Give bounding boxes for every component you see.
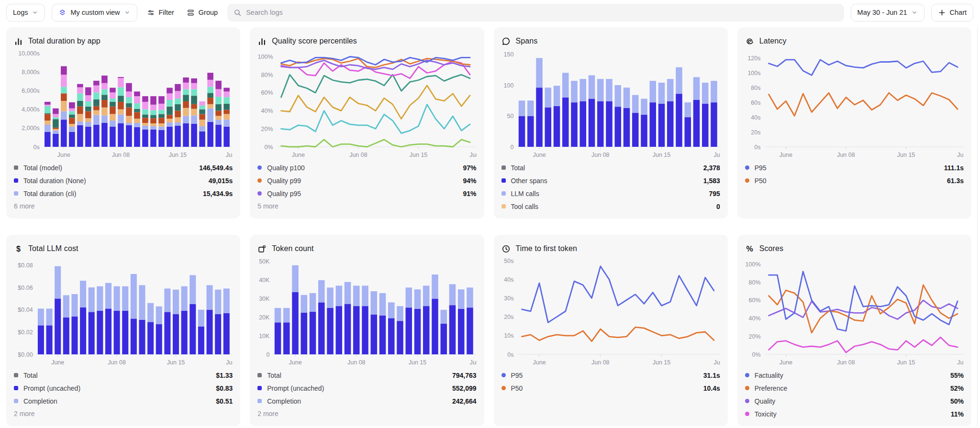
svg-text:10,000s: 10,000s (18, 50, 39, 57)
legend-more-link[interactable]: 2 more (257, 407, 476, 420)
chart-legend: Total794,763Prompt (uncached)552,099Comp… (257, 369, 476, 420)
card-title: Quality score percentiles (272, 37, 357, 45)
svg-text:Jun 22: Jun 22 (713, 359, 720, 366)
legend-label: Total (model) (23, 164, 62, 172)
legend-value: 146,549.4s (199, 164, 233, 172)
svg-text:0: 0 (267, 351, 270, 358)
svg-text:Jun 08: Jun 08 (108, 359, 126, 366)
svg-text:Jun 22: Jun 22 (713, 152, 720, 158)
legend-item: Prompt (uncached)552,099 (257, 382, 476, 395)
svg-text:Jun 22: Jun 22 (226, 152, 233, 158)
chart-canvas[interactable]: 0s2,000s4,000s6,000s8,000s10,000sJuneJun… (14, 49, 233, 161)
legend-more-link[interactable]: 2 more (14, 407, 233, 420)
legend-label: P95 (755, 164, 767, 172)
svg-text:0%: 0% (752, 351, 760, 358)
svg-text:Jun 22: Jun 22 (957, 359, 964, 366)
legend-item: Total (model)146,549.4s (14, 161, 233, 174)
legend-value: 2,378 (703, 164, 720, 172)
card-spans: Spans 050100150JuneJun 08Jun 15Jun 22 To… (494, 27, 728, 219)
svg-text:0: 0 (510, 144, 513, 151)
card-title: Token count (272, 244, 313, 253)
view-selector-button[interactable]: My custom view (52, 4, 137, 22)
legend-swatch (501, 165, 506, 170)
legend-value: 552,099 (452, 384, 477, 392)
card-title: Latency (759, 37, 787, 45)
legend-item: Preference52% (745, 382, 964, 395)
legend-swatch (745, 165, 749, 170)
scrollbar-track[interactable] (977, 27, 978, 427)
svg-text:$0.08: $0.08 (18, 262, 33, 269)
plus-icon (938, 9, 946, 17)
legend-swatch (14, 165, 18, 170)
group-button[interactable]: Group (184, 4, 221, 22)
legend-more-link[interactable]: 6 more (14, 200, 233, 212)
legend-swatch (501, 373, 506, 377)
chart-canvas[interactable]: 050100150JuneJun 08Jun 15Jun 22 (501, 49, 720, 161)
svg-text:20K: 20K (259, 314, 270, 321)
legend-item: Prompt (uncached)$0.83 (14, 382, 233, 395)
svg-text:20%: 20% (748, 333, 760, 340)
chart-canvas[interactable]: $0.00$0.02$0.04$0.06$0.08JuneJun 08Jun 1… (14, 257, 233, 369)
card-scores: %Scores 0%20%40%60%80%100%JuneJun 08Jun … (737, 235, 971, 426)
svg-text:0s: 0s (754, 144, 760, 151)
legend-item: Quality p9994% (257, 174, 476, 187)
legend-value: 10.4s (703, 384, 720, 392)
legend-value: 15,434.9s (203, 190, 233, 198)
legend-label: Total (267, 372, 281, 379)
logs-dropdown-label: Logs (13, 9, 28, 16)
legend-swatch (257, 191, 262, 196)
legend-swatch (745, 373, 749, 377)
legend-label: Quality (755, 397, 776, 405)
svg-text:June: June (57, 152, 70, 158)
card-title: Total LLM cost (28, 244, 78, 253)
legend-more-link[interactable]: 5 more (257, 200, 476, 212)
legend-value: 94% (463, 177, 476, 185)
svg-text:%: % (746, 244, 753, 253)
legend-value: $0.51 (216, 397, 233, 405)
svg-text:Jun 22: Jun 22 (226, 359, 233, 366)
chart-legend: Total$1.33Prompt (uncached)$0.83Completi… (14, 369, 233, 420)
svg-text:10s: 10s (504, 332, 513, 339)
layers-icon (58, 9, 67, 17)
chart-legend: Factuality55%Preference52%Quality50%Toxi… (745, 369, 964, 420)
svg-text:Jun 08: Jun 08 (349, 152, 368, 158)
legend-value: 91% (463, 190, 476, 198)
legend-label: P50 (755, 177, 767, 185)
search-input[interactable] (246, 9, 837, 16)
add-chart-button[interactable]: Chart (931, 4, 973, 22)
chart-canvas[interactable]: 0%20%40%60%80%100%JuneJun 08Jun 15Jun 22 (745, 257, 964, 369)
svg-text:Jun 15: Jun 15 (167, 359, 185, 366)
legend-item: P95111.1s (745, 161, 964, 174)
date-range-button[interactable]: May 30 - Jun 21 (851, 4, 924, 22)
chart-canvas[interactable]: 0s10s20s30s40s50sJuneJun 08Jun 15Jun 22 (501, 257, 720, 369)
chart-canvas[interactable]: 0s20s40s60s80s100s120sJuneJun 08Jun 15Ju… (745, 49, 964, 161)
svg-text:Jun 08: Jun 08 (591, 152, 610, 158)
svg-text:30K: 30K (259, 296, 270, 302)
legend-swatch (257, 386, 262, 390)
svg-text:June: June (289, 359, 302, 366)
legend-value: 111.1s (944, 164, 964, 172)
svg-text:$0.06: $0.06 (18, 285, 33, 291)
search-bar[interactable] (227, 4, 844, 22)
svg-text:0s: 0s (507, 351, 513, 358)
view-selector-label: My custom view (70, 9, 120, 16)
svg-text:100%: 100% (745, 261, 760, 268)
chart-canvas[interactable]: 010K20K30K40K50KJuneJun 08Jun 15Jun 22 (257, 257, 476, 369)
svg-text:20s: 20s (751, 129, 760, 136)
dashboard-grid: Total duration by app 0s2,000s4,000s6,00… (0, 25, 980, 428)
filter-button[interactable]: Filter (144, 4, 177, 22)
svg-text:40%: 40% (261, 108, 273, 114)
chevron-down-icon (124, 9, 131, 16)
legend-swatch (14, 178, 18, 183)
svg-text:40s: 40s (504, 276, 513, 283)
logs-dropdown-button[interactable]: Logs (6, 4, 45, 22)
svg-text:0%: 0% (265, 144, 273, 151)
svg-text:Jun 15: Jun 15 (409, 359, 427, 366)
svg-text:100: 100 (503, 82, 513, 89)
chart-canvas[interactable]: 0%20%40%60%80%100%JuneJun 08Jun 15Jun 22 (257, 49, 476, 161)
snail-icon (745, 37, 754, 46)
svg-text:60%: 60% (261, 89, 273, 96)
svg-text:June: June (51, 359, 64, 366)
svg-text:Jun 15: Jun 15 (652, 152, 670, 158)
svg-text:Jun 22: Jun 22 (957, 152, 964, 158)
